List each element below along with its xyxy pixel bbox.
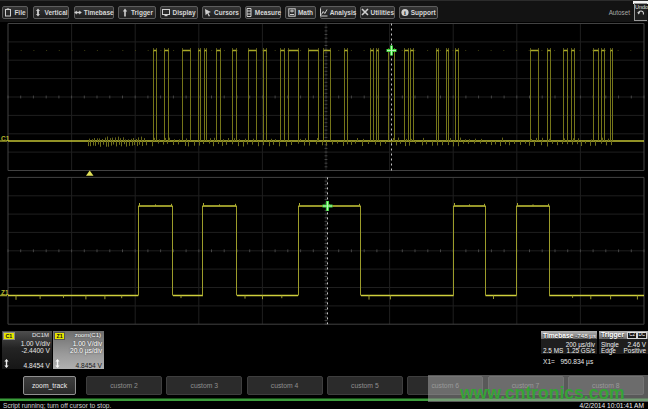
svg-text:i: i xyxy=(404,9,406,16)
